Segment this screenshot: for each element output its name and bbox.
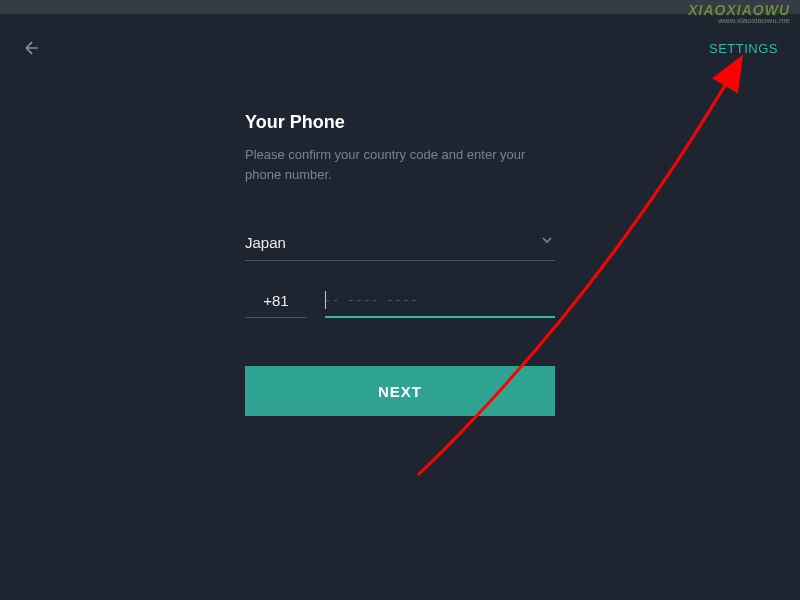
settings-link[interactable]: SETTINGS — [709, 41, 778, 56]
phone-input-wrap — [325, 291, 555, 318]
text-cursor — [325, 291, 326, 309]
country-select[interactable]: Japan — [245, 232, 555, 261]
chevron-down-icon — [539, 232, 555, 252]
watermark: XIAOXIAOWU www.xiaoxiaowu.me — [688, 2, 790, 25]
arrow-left-icon — [22, 38, 42, 58]
phone-row: +81 — [245, 291, 555, 318]
page-subtitle: Please confirm your country code and ent… — [245, 145, 555, 184]
window-titlebar — [0, 0, 800, 14]
back-button[interactable] — [22, 38, 42, 58]
phone-input[interactable] — [325, 291, 555, 308]
next-button[interactable]: NEXT — [245, 366, 555, 416]
page-title: Your Phone — [245, 112, 555, 133]
country-code-field[interactable]: +81 — [245, 292, 307, 318]
country-value: Japan — [245, 234, 286, 251]
phone-form: Your Phone Please confirm your country c… — [245, 112, 555, 416]
header: SETTINGS — [0, 14, 800, 68]
